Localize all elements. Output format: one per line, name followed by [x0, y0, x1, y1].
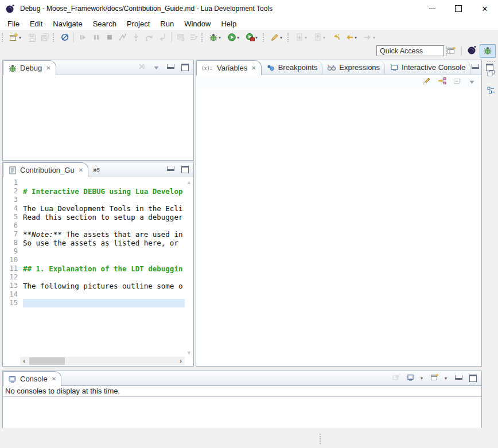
editor-line-text[interactable]: ## 1. Explanation of the LDT debuggin	[23, 264, 185, 273]
editor-line-text[interactable]: # Interactive DEBUG using Lua Develop	[23, 187, 185, 196]
save-all-button[interactable]	[38, 30, 52, 44]
menu-search[interactable]: Search	[88, 18, 122, 29]
outline-view-button[interactable]	[486, 86, 496, 96]
editor-line-text[interactable]	[23, 247, 185, 256]
dropdown-arrow-icon[interactable]: ▾	[373, 35, 378, 40]
editor-line-text[interactable]	[23, 273, 185, 282]
line-number[interactable]: 13	[3, 282, 23, 290]
editor-line-text[interactable]	[23, 178, 185, 187]
restore-view-button[interactable]	[486, 69, 496, 79]
disconnect-button[interactable]	[116, 30, 129, 44]
view-menu-button[interactable]	[151, 63, 161, 72]
remove-terminated-button[interactable]	[137, 63, 147, 72]
skip-all-breakpoints-button[interactable]	[58, 30, 71, 44]
scroll-up-icon[interactable]: ▲	[185, 178, 193, 186]
tab-console[interactable]: Console✕	[3, 371, 61, 386]
show-type-names-button[interactable]	[422, 77, 432, 87]
dropdown-arrow-icon[interactable]: ▾	[237, 35, 242, 40]
suspend-button[interactable]	[90, 30, 103, 44]
toolbar-drag-handle[interactable]	[263, 33, 266, 42]
editor-line[interactable]: 10	[3, 256, 185, 264]
lua-perspective-button[interactable]	[464, 44, 480, 58]
editor-line-text[interactable]: The Lua Development Tools in the Ecli	[23, 204, 185, 213]
open-perspective-button[interactable]	[443, 44, 460, 58]
editor-line-text[interactable]	[23, 290, 185, 299]
step-over-button[interactable]	[142, 30, 155, 44]
open-console-button[interactable]	[430, 373, 439, 383]
save-button[interactable]	[25, 30, 38, 44]
minimize-view-button[interactable]	[470, 63, 480, 72]
line-number[interactable]: 10	[3, 256, 23, 264]
editor-line[interactable]: 5Read this section to setup a debugger	[3, 213, 185, 221]
menu-navigate[interactable]: Navigate	[48, 18, 87, 29]
display-console-button[interactable]	[406, 373, 415, 383]
line-number[interactable]: 2	[3, 187, 23, 196]
drop-to-frame-button[interactable]	[174, 30, 187, 44]
dropdown-arrow-icon[interactable]: ▾	[219, 35, 223, 40]
close-window-button[interactable]: ✕	[472, 0, 498, 17]
back-button[interactable]: ▾	[343, 30, 361, 44]
maximize-window-button[interactable]	[445, 0, 472, 17]
editor-line-text[interactable]: Read this section to setup a debugger	[23, 213, 185, 221]
editor-line[interactable]: 15	[3, 299, 185, 307]
resume-button[interactable]	[76, 30, 90, 44]
last-edit-location-button[interactable]	[329, 30, 343, 44]
editor-line-text[interactable]	[23, 299, 185, 307]
editor-line-text[interactable]	[23, 221, 185, 230]
show-logical-structures-button[interactable]	[437, 77, 447, 87]
toolbar-drag-handle[interactable]	[201, 33, 204, 42]
minimize-window-button[interactable]	[419, 0, 445, 17]
dropdown-arrow-icon[interactable]: ▾	[355, 35, 359, 40]
tab-interactive-console[interactable]: Interactive Console	[385, 60, 470, 75]
debug-button[interactable]: ▾	[207, 30, 225, 44]
tab-contribution-gu[interactable]: Contribution_Gu✕	[3, 162, 88, 177]
menu-file[interactable]: File	[2, 18, 25, 29]
dropdown-arrow-icon[interactable]: ▾	[445, 376, 449, 381]
menu-edit[interactable]: Edit	[25, 18, 48, 29]
line-number[interactable]: 3	[3, 196, 23, 204]
minimize-view-button[interactable]	[166, 63, 176, 72]
line-number[interactable]: 1	[3, 178, 23, 187]
maximize-view-button[interactable]	[180, 165, 190, 174]
collapse-all-button[interactable]	[452, 77, 462, 87]
line-number[interactable]: 11	[3, 264, 23, 273]
scroll-left-icon[interactable]: ‹	[20, 357, 28, 365]
editor-line-text[interactable]: The following pictures outline some o	[23, 282, 185, 290]
maximize-view-button[interactable]	[468, 373, 478, 383]
menu-project[interactable]: Project	[122, 18, 155, 29]
tab-breakpoints[interactable]: Breakpoints	[262, 60, 323, 75]
dropdown-arrow-icon[interactable]: ▾	[323, 35, 328, 40]
close-tab-icon[interactable]: ✕	[251, 65, 256, 71]
editor-line[interactable]: 6	[3, 221, 185, 230]
line-number[interactable]: 12	[3, 273, 23, 282]
editor-tab-overflow-button[interactable]: »5	[88, 162, 104, 177]
scrollbar-thumb[interactable]	[29, 357, 65, 365]
line-number[interactable]: 15	[3, 299, 23, 307]
line-number[interactable]: 8	[3, 239, 23, 247]
editor-line[interactable]: 1	[3, 178, 185, 187]
previous-annotation-button[interactable]: ▾	[311, 30, 329, 44]
debug-perspective-button[interactable]	[480, 44, 496, 58]
status-bar-drag-handle[interactable]	[320, 434, 321, 444]
editor-line-text[interactable]: **Note:** The assets that are used in	[23, 230, 185, 239]
editor-line[interactable]: 12	[3, 273, 185, 282]
editor-horizontal-scrollbar[interactable]: ‹ ›	[20, 357, 185, 365]
line-number[interactable]: 14	[3, 290, 23, 299]
minimize-view-button[interactable]	[166, 165, 176, 174]
editor-line-text[interactable]	[23, 256, 185, 264]
scroll-down-icon[interactable]: ▼	[185, 349, 193, 357]
editor-line[interactable]: 7**Note:** The assets that are used in	[3, 230, 185, 239]
close-tab-icon[interactable]: ✕	[52, 376, 56, 382]
tab-debug[interactable]: Debug✕	[3, 60, 56, 75]
pin-console-button[interactable]	[391, 373, 401, 383]
editor-line[interactable]: 8So use the assets as listed here, or	[3, 239, 185, 247]
editor-line[interactable]: 4The Lua Development Tools in the Ecli	[3, 204, 185, 213]
editor-line[interactable]: 11## 1. Explanation of the LDT debuggin	[3, 264, 185, 273]
run-button[interactable]: ▾	[225, 30, 243, 44]
menu-run[interactable]: Run	[155, 18, 179, 29]
toolbar-drag-handle[interactable]	[287, 33, 290, 42]
close-tab-icon[interactable]: ✕	[79, 167, 83, 173]
dropdown-arrow-icon[interactable]: ▾	[280, 35, 285, 40]
new-wizard-button[interactable]: ▾	[7, 30, 25, 44]
close-tab-icon[interactable]: ✕	[46, 65, 50, 71]
